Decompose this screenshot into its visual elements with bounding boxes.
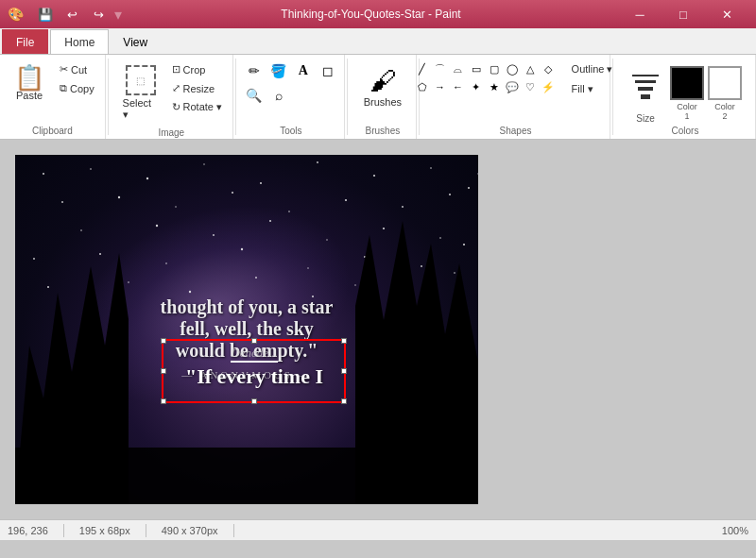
paste-button[interactable]: 📋 Paste [6,60,53,106]
resize-icon: ⤢ [172,82,180,94]
shape-rhombus[interactable]: ◇ [540,60,557,77]
svg-point-7 [430,167,432,169]
status-zoom: 100% [722,525,748,536]
cut-button[interactable]: ✂ Cut [55,60,99,78]
colors-group: Size Color1 Color2 Colors [615,55,756,139]
paste-label: Paste [16,90,43,101]
svg-point-25 [33,258,35,260]
tools-group: ✏ 🪣 A ◻ 🔍 ⌕ Tools [238,55,345,139]
quote-line-4: would be empty." [43,340,450,362]
shape-pentagon[interactable]: ⬠ [414,78,431,95]
svg-point-23 [383,228,385,229]
select-button[interactable]: ⬚ Select ▾ [116,60,165,126]
size-label: Size [636,113,654,124]
shapes-group: ╱ ⌒ ⌓ ▭ ▢ ◯ △ ◇ ⬠ → ← ✦ ★ 💬 ♡ ⚡ Outline … [421,55,610,139]
divider-3 [347,59,348,135]
shape-triangle[interactable]: △ [522,60,539,77]
redo-button[interactable]: ↪ [86,4,111,25]
brushes-button[interactable]: 🖌 Brushes [355,60,410,112]
svg-point-29 [307,267,308,268]
crop-icon: ⊡ [172,63,180,76]
svg-point-6 [373,175,375,177]
colors-content: Size Color1 Color2 [621,59,749,124]
svg-point-17 [477,173,478,174]
brushes-group-label: Brushes [366,124,401,139]
crop-button[interactable]: ⊡ Crop [167,60,227,78]
outline-button[interactable]: Outline ▾ [567,60,618,78]
shape-roundrect[interactable]: ▢ [486,60,503,77]
tab-file[interactable]: File [2,29,48,54]
shapes-options: Outline ▾ Fill ▾ [567,60,618,98]
image-group: ⬚ Select ▾ ⊡ Crop ⤢ Resize ↻ Rotat [111,55,233,139]
colorpick-tool[interactable]: 🔍 [244,85,265,106]
svg-point-40 [454,272,455,274]
divider-2 [235,59,236,135]
ribbon: 📋 Paste ✂ Cut ⧉ Copy Clipboard ⬚ [0,55,756,140]
fill-button[interactable]: Fill ▾ [567,80,618,98]
image-label: Image [158,126,184,141]
color1-box[interactable] [670,66,704,100]
shape-callout[interactable]: 💬 [504,78,521,95]
size-section: Size [628,62,662,124]
svg-point-0 [43,173,44,175]
shape-line[interactable]: ╱ [414,60,431,77]
color2-label: Color2 [714,102,735,121]
brushes-content: 🖌 Brushes [355,59,410,124]
size-button[interactable] [628,62,662,111]
magnify-tool[interactable]: ⌕ [268,85,289,106]
colors-label: Colors [672,124,699,139]
svg-point-14 [345,199,347,201]
color2-box[interactable] [708,66,742,100]
tab-home[interactable]: Home [50,29,109,54]
svg-point-4 [260,182,262,184]
close-button[interactable]: ✕ [705,0,748,28]
svg-point-15 [402,206,404,208]
shapes-content: ╱ ⌒ ⌓ ▭ ▢ ◯ △ ◇ ⬠ → ← ✦ ★ 💬 ♡ ⚡ Outline … [414,59,618,124]
shape-rect[interactable]: ▭ [468,60,485,77]
svg-point-35 [189,291,191,293]
svg-point-24 [439,237,441,239]
shape-freeform[interactable]: ⌓ [450,60,467,77]
paint-canvas[interactable]: thought of you, a star fell, well, the s… [15,155,478,504]
quote-line-3: fell, well, the sky [43,318,450,340]
text-tool[interactable]: A [293,60,314,81]
svg-point-33 [47,286,49,288]
shape-star4[interactable]: ✦ [468,78,485,95]
shape-lightning[interactable]: ⚡ [540,78,557,95]
copy-button[interactable]: ⧉ Copy [55,79,99,97]
size-line-2 [635,80,656,83]
window-controls: ─ □ ✕ [618,0,748,28]
rotate-button[interactable]: ↻ Rotate ▾ [167,98,227,116]
canvas-area[interactable]: thought of you, a star fell, well, the s… [0,140,756,519]
tools-icons: ✏ 🪣 A ◻ 🔍 ⌕ [244,60,338,106]
select-label: Select ▾ [123,97,159,121]
pencil-tool[interactable]: ✏ [244,60,265,81]
tools-content: ✏ 🪣 A ◻ 🔍 ⌕ [244,59,338,124]
shape-star5[interactable]: ★ [486,78,503,95]
save-button[interactable]: 💾 [33,4,58,25]
shape-arrow-left[interactable]: ← [450,78,467,95]
undo-button[interactable]: ↩ [60,4,84,25]
fill-tool[interactable]: 🪣 [268,60,289,81]
svg-point-3 [203,163,204,164]
eraser-tool[interactable]: ◻ [318,60,338,81]
window-title: Thinking-of-You-Quotes-Star - Paint [129,8,612,21]
minimize-button[interactable]: ─ [618,0,662,28]
rotate-icon: ↻ [172,101,180,113]
shape-curve[interactable]: ⌒ [432,60,449,77]
shape-heart[interactable]: ♡ [522,78,539,95]
status-sep-2 [146,524,146,537]
shape-ellipse[interactable]: ◯ [504,60,521,77]
resize-button[interactable]: ⤢ Resize [167,79,227,97]
svg-point-13 [288,211,290,212]
svg-point-12 [232,192,233,194]
tab-view[interactable]: View [109,29,162,54]
brushes-icon: 🖌 [369,65,396,96]
brushes-label: Brushes [364,96,402,108]
svg-point-8 [468,187,470,189]
svg-point-19 [156,225,158,227]
ground [15,448,478,504]
status-position: 196, 236 [8,525,48,536]
maximize-button[interactable]: □ [662,0,705,28]
shape-arrow-right[interactable]: → [432,78,449,95]
